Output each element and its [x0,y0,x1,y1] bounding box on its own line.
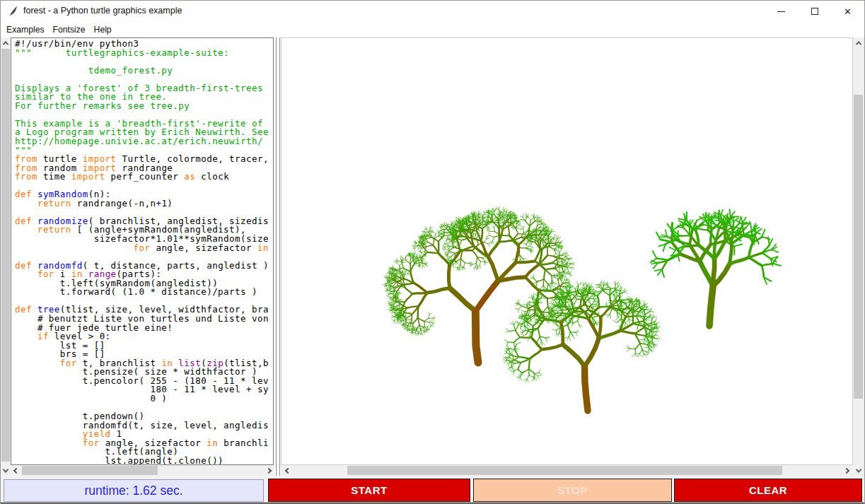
code-line: tdemo_forest.py [15,66,273,76]
code-line: http://homepage.univie.ac.at/erich.neuwi… [15,137,273,146]
clear-button[interactable]: CLEAR [674,479,862,502]
minimize-button[interactable] [765,1,798,22]
canvas-vscroll-thumb[interactable] [854,95,863,399]
scroll-right-icon[interactable] [263,465,274,476]
code-line: """ turtlegraphics-example-suite: [15,49,273,58]
window-title: forest - a Python turtle graphics exampl… [23,6,182,16]
menu-help[interactable]: Help [90,22,116,37]
editor-horizontal-scrollbar[interactable] [11,465,274,476]
scroll-up-icon[interactable] [853,37,864,48]
start-button[interactable]: START [268,479,470,502]
scroll-down-icon[interactable] [1,465,11,476]
menu-fontsize[interactable]: Fontsize [49,22,90,37]
close-button[interactable]: ✕ [831,1,864,22]
editor-vertical-scrollbar[interactable] [1,37,11,476]
runtime-label: runtime: 1.62 sec. [4,479,264,502]
canvas-vertical-scrollbar[interactable] [853,37,864,476]
maximize-icon [811,8,818,15]
scroll-right-icon[interactable] [841,465,852,476]
code-line: 0 ) [15,394,273,404]
editor-vscroll-thumb[interactable] [1,49,10,462]
stop-button[interactable]: STOP [473,479,672,502]
code-line: t.forward( (1.0 * distance)/parts ) [15,288,273,297]
code-line: For further remarks see tree.py [15,102,273,111]
graphics-pane [281,37,853,465]
minimize-icon [777,11,785,12]
code-line: for angle, sizefactor in [15,244,273,253]
menu-examples[interactable]: Examples [2,22,49,37]
code-editor[interactable]: #!/usr/bin/env python3""" turtlegraphics… [11,37,274,465]
close-icon: ✕ [844,7,852,16]
app-window: forest - a Python turtle graphics exampl… [0,0,865,504]
scroll-left-icon[interactable] [282,465,293,476]
scroll-left-icon[interactable] [11,465,21,476]
turtle-canvas [281,38,852,464]
code-line: lst.append(t.clone()) [15,457,273,465]
scroll-up-icon[interactable] [1,37,11,48]
canvas-hscroll-thumb[interactable] [347,466,782,475]
code-line: return randrange(-n,n+1) [15,199,273,209]
menu-bar: Examples Fontsize Help [1,22,865,37]
canvas-horizontal-scrollbar[interactable] [281,465,853,476]
title-bar: forest - a Python turtle graphics exampl… [1,1,865,22]
control-bar: runtime: 1.62 sec. START STOP CLEAR [1,476,865,503]
scroll-down-icon[interactable] [853,465,864,476]
maximize-button[interactable] [798,1,831,22]
editor-hscroll-thumb[interactable] [22,466,158,475]
pane-divider[interactable] [274,37,281,476]
turtle-feather-icon [8,6,19,17]
code-line: from time import perf_counter as clock [15,172,273,182]
